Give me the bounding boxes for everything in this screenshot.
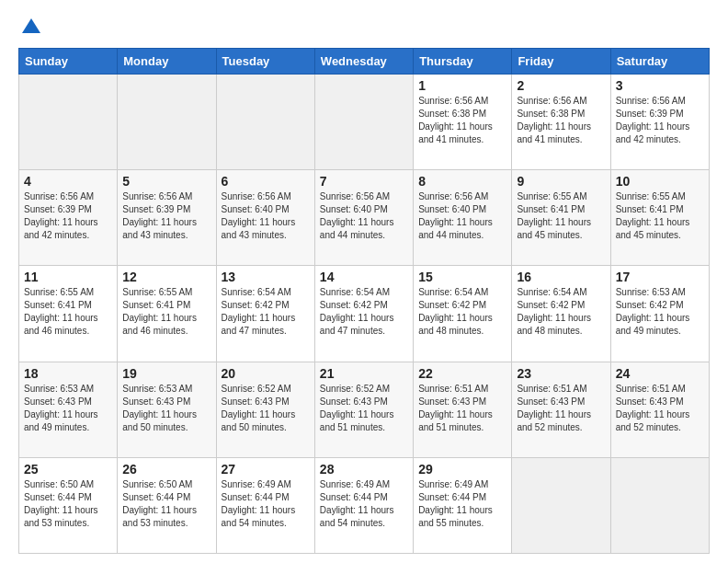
- day-info: Sunrise: 6:53 AMSunset: 6:43 PMDaylight:…: [24, 383, 112, 434]
- calendar-cell: 6Sunrise: 6:56 AMSunset: 6:40 PMDaylight…: [216, 170, 314, 266]
- day-number: 20: [222, 366, 310, 381]
- day-number: 12: [122, 270, 210, 284]
- day-number: 17: [616, 270, 704, 284]
- day-info: Sunrise: 6:56 AMSunset: 6:40 PMDaylight:…: [320, 190, 408, 242]
- weekday-header-monday: Monday: [118, 49, 216, 75]
- calendar-cell: 13Sunrise: 6:54 AMSunset: 6:42 PMDayligh…: [216, 266, 314, 362]
- weekday-header-wednesday: Wednesday: [314, 49, 413, 75]
- day-number: 5: [122, 174, 210, 189]
- calendar-cell: 11Sunrise: 6:55 AMSunset: 6:41 PMDayligh…: [19, 266, 118, 362]
- weekday-header-saturday: Saturday: [610, 49, 709, 75]
- week-row-2: 4Sunrise: 6:56 AMSunset: 6:39 PMDaylight…: [19, 170, 710, 266]
- calendar-cell: 8Sunrise: 6:56 AMSunset: 6:40 PMDaylight…: [414, 170, 512, 266]
- calendar-cell: [118, 75, 216, 170]
- day-number: 6: [222, 174, 310, 189]
- calendar-header-row: SundayMondayTuesdayWednesdayThursdayFrid…: [19, 49, 710, 75]
- day-info: Sunrise: 6:52 AMSunset: 6:43 PMDaylight:…: [222, 383, 310, 434]
- calendar-cell: 29Sunrise: 6:49 AMSunset: 6:44 PMDayligh…: [414, 457, 512, 553]
- top-area: [18, 15, 710, 40]
- calendar-cell: 5Sunrise: 6:56 AMSunset: 6:39 PMDaylight…: [118, 170, 216, 266]
- calendar-cell: [512, 457, 610, 553]
- day-number: 15: [418, 270, 506, 284]
- day-number: 1: [418, 78, 506, 93]
- calendar-cell: 1Sunrise: 6:56 AMSunset: 6:38 PMDaylight…: [414, 75, 512, 170]
- calendar-cell: 18Sunrise: 6:53 AMSunset: 6:43 PMDayligh…: [19, 362, 118, 457]
- day-number: 16: [517, 270, 605, 284]
- calendar-cell: 14Sunrise: 6:54 AMSunset: 6:42 PMDayligh…: [314, 266, 413, 362]
- day-number: 23: [517, 366, 605, 381]
- day-number: 7: [320, 174, 408, 189]
- weekday-header-sunday: Sunday: [19, 49, 118, 75]
- day-info: Sunrise: 6:55 AMSunset: 6:41 PMDaylight:…: [122, 286, 210, 338]
- day-info: Sunrise: 6:50 AMSunset: 6:44 PMDaylight:…: [24, 478, 112, 530]
- calendar-cell: 16Sunrise: 6:54 AMSunset: 6:42 PMDayligh…: [512, 266, 610, 362]
- calendar-cell: 15Sunrise: 6:54 AMSunset: 6:42 PMDayligh…: [414, 266, 512, 362]
- day-info: Sunrise: 6:55 AMSunset: 6:41 PMDaylight:…: [517, 190, 605, 242]
- calendar-cell: 9Sunrise: 6:55 AMSunset: 6:41 PMDaylight…: [512, 170, 610, 266]
- day-number: 26: [122, 462, 210, 477]
- day-number: 9: [517, 174, 605, 189]
- day-info: Sunrise: 6:52 AMSunset: 6:43 PMDaylight:…: [320, 383, 408, 434]
- logo: [18, 15, 44, 40]
- day-number: 24: [616, 366, 704, 381]
- day-info: Sunrise: 6:49 AMSunset: 6:44 PMDaylight:…: [418, 478, 506, 530]
- day-info: Sunrise: 6:56 AMSunset: 6:39 PMDaylight:…: [24, 190, 112, 242]
- calendar-cell: [19, 75, 118, 170]
- calendar-cell: 28Sunrise: 6:49 AMSunset: 6:44 PMDayligh…: [314, 457, 413, 553]
- calendar-cell: 23Sunrise: 6:51 AMSunset: 6:43 PMDayligh…: [512, 362, 610, 457]
- calendar-cell: 2Sunrise: 6:56 AMSunset: 6:38 PMDaylight…: [512, 75, 610, 170]
- day-number: 28: [320, 462, 408, 477]
- calendar-cell: 4Sunrise: 6:56 AMSunset: 6:39 PMDaylight…: [19, 170, 118, 266]
- day-info: Sunrise: 6:56 AMSunset: 6:38 PMDaylight:…: [517, 95, 605, 146]
- weekday-header-thursday: Thursday: [414, 49, 512, 75]
- day-info: Sunrise: 6:54 AMSunset: 6:42 PMDaylight:…: [222, 286, 310, 338]
- day-number: 25: [24, 462, 112, 477]
- calendar-cell: 7Sunrise: 6:56 AMSunset: 6:40 PMDaylight…: [314, 170, 413, 266]
- day-info: Sunrise: 6:56 AMSunset: 6:38 PMDaylight:…: [418, 95, 506, 146]
- day-info: Sunrise: 6:55 AMSunset: 6:41 PMDaylight:…: [24, 286, 112, 338]
- day-number: 13: [222, 270, 310, 284]
- day-number: 2: [517, 78, 605, 93]
- calendar-cell: 19Sunrise: 6:53 AMSunset: 6:43 PMDayligh…: [118, 362, 216, 457]
- day-number: 10: [616, 174, 704, 189]
- day-info: Sunrise: 6:55 AMSunset: 6:41 PMDaylight:…: [616, 190, 704, 242]
- day-number: 4: [24, 174, 112, 189]
- day-number: 14: [320, 270, 408, 284]
- day-number: 29: [418, 462, 506, 477]
- calendar-cell: 20Sunrise: 6:52 AMSunset: 6:43 PMDayligh…: [216, 362, 314, 457]
- week-row-5: 25Sunrise: 6:50 AMSunset: 6:44 PMDayligh…: [19, 457, 710, 553]
- day-info: Sunrise: 6:54 AMSunset: 6:42 PMDaylight:…: [320, 286, 408, 338]
- week-row-1: 1Sunrise: 6:56 AMSunset: 6:38 PMDaylight…: [19, 75, 710, 170]
- day-info: Sunrise: 6:54 AMSunset: 6:42 PMDaylight:…: [517, 286, 605, 338]
- calendar-cell: 21Sunrise: 6:52 AMSunset: 6:43 PMDayligh…: [314, 362, 413, 457]
- calendar-cell: [610, 457, 709, 553]
- logo-row: [18, 15, 44, 40]
- logo-icon: [18, 15, 44, 40]
- calendar-cell: 24Sunrise: 6:51 AMSunset: 6:43 PMDayligh…: [610, 362, 709, 457]
- day-number: 3: [616, 78, 704, 93]
- calendar-table: SundayMondayTuesdayWednesdayThursdayFrid…: [18, 48, 710, 554]
- calendar-cell: 3Sunrise: 6:56 AMSunset: 6:39 PMDaylight…: [610, 75, 709, 170]
- calendar-cell: 26Sunrise: 6:50 AMSunset: 6:44 PMDayligh…: [118, 457, 216, 553]
- day-number: 22: [418, 366, 506, 381]
- day-info: Sunrise: 6:49 AMSunset: 6:44 PMDaylight:…: [222, 478, 310, 530]
- calendar-cell: 17Sunrise: 6:53 AMSunset: 6:42 PMDayligh…: [610, 266, 709, 362]
- weekday-header-friday: Friday: [512, 49, 610, 75]
- calendar-cell: 27Sunrise: 6:49 AMSunset: 6:44 PMDayligh…: [216, 457, 314, 553]
- day-number: 27: [222, 462, 310, 477]
- weekday-header-tuesday: Tuesday: [216, 49, 314, 75]
- page: SundayMondayTuesdayWednesdayThursdayFrid…: [0, 0, 728, 563]
- svg-marker-0: [22, 18, 40, 33]
- day-number: 21: [320, 366, 408, 381]
- day-info: Sunrise: 6:51 AMSunset: 6:43 PMDaylight:…: [616, 383, 704, 434]
- day-info: Sunrise: 6:50 AMSunset: 6:44 PMDaylight:…: [122, 478, 210, 530]
- day-info: Sunrise: 6:56 AMSunset: 6:40 PMDaylight:…: [222, 190, 310, 242]
- day-info: Sunrise: 6:56 AMSunset: 6:39 PMDaylight:…: [122, 190, 210, 242]
- calendar-cell: 10Sunrise: 6:55 AMSunset: 6:41 PMDayligh…: [610, 170, 709, 266]
- day-info: Sunrise: 6:56 AMSunset: 6:39 PMDaylight:…: [616, 95, 704, 146]
- day-info: Sunrise: 6:53 AMSunset: 6:42 PMDaylight:…: [616, 286, 704, 338]
- day-info: Sunrise: 6:49 AMSunset: 6:44 PMDaylight:…: [320, 478, 408, 530]
- calendar-cell: 22Sunrise: 6:51 AMSunset: 6:43 PMDayligh…: [414, 362, 512, 457]
- day-info: Sunrise: 6:51 AMSunset: 6:43 PMDaylight:…: [418, 383, 506, 434]
- day-info: Sunrise: 6:56 AMSunset: 6:40 PMDaylight:…: [418, 190, 506, 242]
